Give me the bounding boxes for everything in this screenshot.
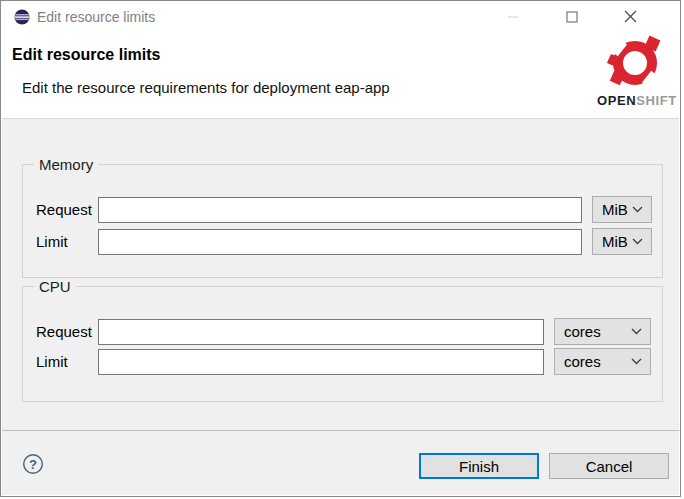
close-icon — [624, 10, 637, 23]
cancel-button[interactable]: Cancel — [549, 453, 669, 479]
cpu-group-label: CPU — [34, 278, 76, 295]
help-button[interactable]: ? — [22, 453, 44, 475]
memory-request-unit-value: MiB — [602, 201, 628, 218]
openshift-logo: OPENSHIFT — [597, 35, 671, 108]
finish-button[interactable]: Finish — [419, 453, 539, 479]
cpu-request-unit-value: cores — [564, 323, 601, 340]
page-description: Edit the resource requirements for deplo… — [22, 79, 390, 96]
title-bar: Edit resource limits — [1, 1, 680, 33]
cpu-request-unit-select[interactable]: cores — [554, 318, 651, 345]
memory-limit-input[interactable] — [98, 229, 582, 255]
maximize-button[interactable] — [549, 1, 595, 32]
cpu-limit-input[interactable] — [98, 349, 544, 375]
openshift-wordmark: OPENSHIFT — [597, 93, 671, 108]
memory-group-label: Memory — [34, 156, 98, 173]
cpu-limit-unit-select[interactable]: cores — [554, 348, 651, 375]
cpu-request-input[interactable] — [98, 319, 544, 345]
form-area: Memory Request MiB Limit MiB CPU Request… — [2, 118, 679, 430]
memory-request-label: Request — [36, 197, 92, 223]
openshift-ring-icon — [607, 35, 661, 91]
eclipse-app-icon — [14, 9, 30, 25]
chevron-down-icon — [631, 328, 642, 335]
chevron-down-icon — [632, 206, 643, 213]
dialog-button-bar: ? Finish Cancel — [2, 430, 679, 495]
dialog-header: Edit resource limits Edit the resource r… — [1, 33, 680, 118]
edit-resource-limits-dialog: Edit resource limits Edit resource limit… — [0, 0, 681, 497]
window-title: Edit resource limits — [37, 1, 155, 33]
maximize-icon — [566, 11, 578, 23]
memory-limit-label: Limit — [36, 229, 68, 255]
cpu-limit-unit-value: cores — [564, 353, 601, 370]
close-button[interactable] — [607, 1, 653, 32]
memory-limit-unit-value: MiB — [602, 233, 628, 250]
chevron-down-icon — [631, 358, 642, 365]
page-title: Edit resource limits — [12, 46, 161, 64]
cpu-limit-label: Limit — [36, 349, 68, 375]
cpu-request-label: Request — [36, 319, 92, 345]
help-icon: ? — [22, 453, 44, 475]
memory-request-unit-select[interactable]: MiB — [592, 196, 652, 223]
minimize-icon — [507, 11, 519, 23]
memory-limit-unit-select[interactable]: MiB — [592, 228, 652, 255]
chevron-down-icon — [632, 238, 643, 245]
minimize-button[interactable] — [490, 1, 536, 32]
svg-text:?: ? — [29, 457, 37, 472]
memory-request-input[interactable] — [98, 197, 582, 223]
